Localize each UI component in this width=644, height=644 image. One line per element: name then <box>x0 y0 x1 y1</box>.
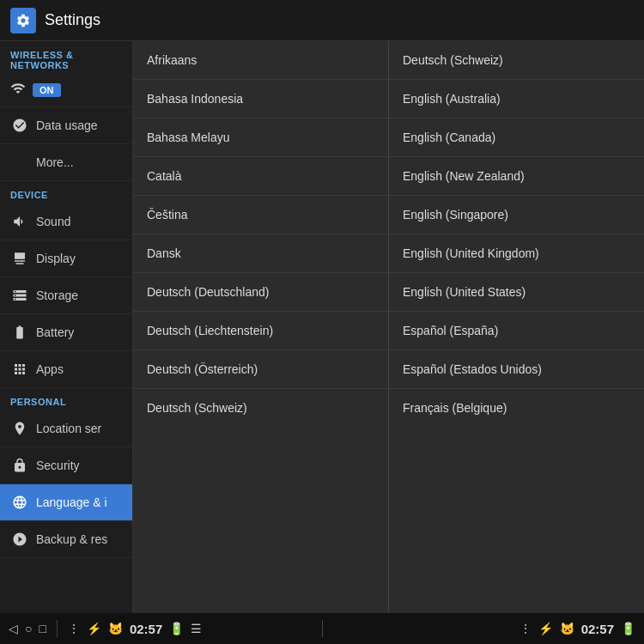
usb-icon-left: ⚡ <box>87 622 101 635</box>
sidebar-item-security[interactable]: Security <box>0 447 132 484</box>
lang-item-right-4[interactable]: English (Singapore) <box>389 196 644 234</box>
lang-item-right-7[interactable]: Español (España) <box>389 312 644 350</box>
main-area: WIRELESS & NETWORKS ON Data usage More..… <box>0 41 644 613</box>
sidebar: WIRELESS & NETWORKS ON Data usage More..… <box>0 41 133 613</box>
data-usage-icon <box>10 116 29 135</box>
lang-item-right-5[interactable]: English (United Kingdom) <box>389 234 644 273</box>
status-bar: ◁ ○ □ ⋮ ⚡ 🐱 02:57 🔋 ☰ ⋮ ⚡ 🐱 02:57 🔋 <box>0 613 644 644</box>
usb-icon-right: ⚡ <box>538 622 553 635</box>
status-divider-1 <box>57 620 58 637</box>
lang-item-left-2[interactable]: Bahasa Melayu <box>133 118 388 157</box>
time-right: 02:57 <box>581 622 614 636</box>
location-icon <box>10 419 29 438</box>
more-label: More... <box>36 155 74 169</box>
battery-icon <box>10 323 29 342</box>
apps-label: Apps <box>36 362 64 376</box>
sidebar-item-apps[interactable]: Apps <box>0 351 132 388</box>
sidebar-item-battery[interactable]: Battery <box>0 314 132 351</box>
battery-icon-right: 🔋 <box>621 622 635 635</box>
display-icon <box>10 249 29 268</box>
lang-item-right-9[interactable]: Français (Belgique) <box>389 389 644 427</box>
language-column-left: AfrikaansBahasa IndonesiaBahasa MelayuCa… <box>133 41 389 613</box>
sidebar-item-more[interactable]: More... <box>0 144 132 181</box>
title-bar: Settings <box>0 0 644 41</box>
section-label-device: DEVICE <box>0 181 132 204</box>
lang-item-right-0[interactable]: Deutsch (Schweiz) <box>389 41 644 80</box>
overflow-icon-right[interactable]: ⋮ <box>519 622 532 635</box>
sd-icon-left: ☰ <box>191 622 202 635</box>
sound-label: Sound <box>36 215 70 228</box>
section-label-personal: PERSONAL <box>0 388 132 410</box>
lang-item-right-2[interactable]: English (Canada) <box>389 118 644 157</box>
time-left: 02:57 <box>130 622 162 636</box>
overflow-icon-left[interactable]: ⋮ <box>68 622 80 635</box>
section-label-wireless: WIRELESS & NETWORKS <box>0 41 132 74</box>
back-icon[interactable]: ◁ <box>9 622 18 635</box>
page-title: Settings <box>45 11 100 29</box>
sidebar-item-storage[interactable]: Storage <box>0 277 132 314</box>
sidebar-item-location[interactable]: Location ser <box>0 410 132 447</box>
data-usage-label: Data usage <box>36 118 98 132</box>
sound-icon <box>10 212 29 231</box>
more-icon <box>10 153 29 172</box>
lang-item-right-1[interactable]: English (Australia) <box>389 80 644 118</box>
sidebar-item-display[interactable]: Display <box>0 240 132 277</box>
lang-item-left-6[interactable]: Deutsch (Deutschland) <box>133 273 388 312</box>
lang-item-left-9[interactable]: Deutsch (Schweiz) <box>133 389 388 427</box>
lang-item-right-6[interactable]: English (United States) <box>389 273 644 312</box>
backup-label: Backup & res <box>36 532 107 546</box>
home-icon[interactable]: ○ <box>25 622 32 635</box>
recents-icon[interactable]: □ <box>39 622 46 635</box>
lang-item-left-4[interactable]: Čeština <box>133 196 388 234</box>
cat-icon-left: 🐱 <box>108 622 123 635</box>
language-icon <box>10 493 29 512</box>
status-bar-left: ◁ ○ □ ⋮ ⚡ 🐱 02:57 🔋 ☰ <box>9 620 319 637</box>
storage-label: Storage <box>36 289 78 302</box>
sidebar-item-language[interactable]: Language & i <box>0 484 132 521</box>
apps-icon <box>10 360 29 379</box>
battery-icon-left: 🔋 <box>169 622 184 635</box>
sidebar-item-sound[interactable]: Sound <box>0 204 132 240</box>
security-label: Security <box>36 459 80 472</box>
lang-item-left-7[interactable]: Deutsch (Liechtenstein) <box>133 312 388 350</box>
sidebar-item-wifi[interactable]: ON <box>0 74 132 107</box>
backup-icon <box>10 530 29 549</box>
security-icon <box>10 456 29 475</box>
status-bar-right: ⋮ ⚡ 🐱 02:57 🔋 <box>326 622 636 636</box>
wifi-toggle[interactable]: ON <box>33 83 61 97</box>
lang-item-left-5[interactable]: Dansk <box>133 234 388 273</box>
storage-icon <box>10 286 29 305</box>
location-label: Location ser <box>36 422 101 435</box>
language-column-right: Deutsch (Schweiz)English (Australia)Engl… <box>389 41 644 613</box>
language-label: Language & i <box>36 495 107 509</box>
lang-item-right-3[interactable]: English (New Zealand) <box>389 157 644 196</box>
cat-icon-right: 🐱 <box>560 622 574 635</box>
settings-icon <box>10 8 36 33</box>
lang-item-left-0[interactable]: Afrikaans <box>133 41 388 80</box>
sidebar-item-backup[interactable]: Backup & res <box>0 521 132 558</box>
wifi-icon <box>10 81 26 100</box>
lang-item-right-8[interactable]: Español (Estados Unidos) <box>389 350 644 389</box>
lang-item-left-1[interactable]: Bahasa Indonesia <box>133 80 388 118</box>
battery-label: Battery <box>36 325 74 339</box>
display-label: Display <box>36 252 76 265</box>
sidebar-item-data-usage[interactable]: Data usage <box>0 107 132 144</box>
lang-item-left-3[interactable]: Català <box>133 157 388 196</box>
language-list-panel: AfrikaansBahasa IndonesiaBahasa MelayuCa… <box>133 41 644 613</box>
lang-item-left-8[interactable]: Deutsch (Österreich) <box>133 350 388 389</box>
status-bar-divider-center <box>322 620 323 637</box>
